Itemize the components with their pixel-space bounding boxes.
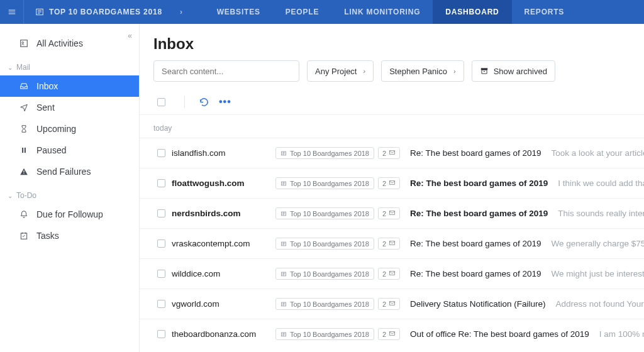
sidebar-item-inbox[interactable]: Inbox xyxy=(0,75,139,97)
main-panel: Inbox Any Project › Stephen Panico › Sho… xyxy=(140,24,644,352)
subject: Re: The best board games of 2019 xyxy=(410,239,541,248)
tab-dashboard[interactable]: DASHBOARD xyxy=(433,0,511,24)
row-checkbox[interactable] xyxy=(157,300,165,308)
search-input-wrapper[interactable] xyxy=(153,60,299,82)
row-checkbox[interactable] xyxy=(157,239,165,248)
send-failures-icon xyxy=(19,167,29,177)
thread-count[interactable]: 2 xyxy=(378,268,400,280)
envelope-icon xyxy=(389,149,396,157)
message-row[interactable]: theboardbonanza.comTop 10 Boardgames 201… xyxy=(140,319,644,349)
date-header: today xyxy=(140,115,644,138)
collapse-sidebar-button[interactable]: « xyxy=(128,31,130,40)
sidebar-item-label: Upcoming xyxy=(36,124,76,134)
row-checkbox[interactable] xyxy=(157,270,165,278)
message-row[interactable]: floattwogush.comTop 10 Boardgames 20182R… xyxy=(140,168,644,198)
thread-count[interactable]: 2 xyxy=(378,147,400,159)
thread-count[interactable]: 2 xyxy=(378,207,400,219)
sidebar-item-sent[interactable]: Sent xyxy=(0,97,139,118)
thread-count[interactable]: 2 xyxy=(378,298,400,310)
tab-reports[interactable]: REPORTS xyxy=(512,0,577,24)
row-tags: Top 10 Boardgames 20182 xyxy=(275,298,400,310)
list-icon xyxy=(280,150,287,157)
project-list-icon xyxy=(35,8,44,16)
project-filter-label: Any Project xyxy=(315,67,357,76)
project-tag[interactable]: Top 10 Boardgames 2018 xyxy=(275,238,374,250)
subject: Re: The best board games of 2019 xyxy=(410,148,541,158)
project-tag[interactable]: Top 10 Boardgames 2018 xyxy=(275,147,374,159)
tab-link-monitoring[interactable]: LINK MONITORING xyxy=(331,0,433,24)
sidebar-item-upcoming[interactable]: Upcoming xyxy=(0,118,139,140)
thread-count[interactable]: 2 xyxy=(378,328,400,340)
sidebar-item-label: Send Failures xyxy=(36,167,91,177)
sidebar-item-label: Due for Followup xyxy=(36,209,103,219)
preview-text: I think we could add that link, what sor… xyxy=(558,179,644,188)
envelope-icon xyxy=(389,179,396,187)
filter-bar: Any Project › Stephen Panico › Show arch… xyxy=(153,60,630,82)
archive-icon xyxy=(480,67,489,75)
project-tag[interactable]: Top 10 Boardgames 2018 xyxy=(275,268,374,280)
svg-point-2 xyxy=(22,41,24,43)
main-header: Inbox Any Project › Stephen Panico › Sho… xyxy=(140,24,644,89)
due-followup-icon xyxy=(19,209,29,219)
sender-domain: theboardbonanza.com xyxy=(172,329,269,339)
svg-rect-3 xyxy=(22,148,23,153)
envelope-icon xyxy=(389,330,396,338)
project-tag[interactable]: Top 10 Boardgames 2018 xyxy=(275,298,374,310)
project-selector[interactable]: TOP 10 BOARDGAMES 2018 › xyxy=(24,0,194,24)
sidebar-item-tasks[interactable]: Tasks xyxy=(0,225,139,246)
row-checkbox[interactable] xyxy=(157,179,165,187)
sidebar-item-paused[interactable]: Paused xyxy=(0,140,139,161)
envelope-icon xyxy=(389,270,396,278)
sender-domain: vraskacontempt.com xyxy=(172,239,269,248)
list-icon xyxy=(280,271,287,277)
sidebar-section-label: To-Do xyxy=(16,191,36,200)
tab-people[interactable]: PEOPLE xyxy=(273,0,331,24)
sidebar-item-all-activities[interactable]: All Activities xyxy=(0,33,139,54)
sender-domain: wilddice.com xyxy=(172,269,269,278)
tab-websites[interactable]: WEBSITES xyxy=(204,0,273,24)
row-tags: Top 10 Boardgames 20182 xyxy=(275,268,400,280)
preview-text: I am 100% not here. xyxy=(599,329,644,339)
sender-domain: vgworld.com xyxy=(172,299,269,309)
project-tag[interactable]: Top 10 Boardgames 2018 xyxy=(275,328,374,340)
sidebar-item-due-followup[interactable]: Due for Followup xyxy=(0,204,139,225)
main-menu-button[interactable] xyxy=(0,0,24,24)
sidebar-section-todo[interactable]: ⌄ To-Do xyxy=(0,182,139,204)
show-archived-label: Show archived xyxy=(494,67,547,76)
message-row[interactable]: wilddice.comTop 10 Boardgames 20182Re: T… xyxy=(140,258,644,289)
chevron-right-icon: › xyxy=(180,8,183,16)
row-checkbox[interactable] xyxy=(157,149,165,157)
project-tag[interactable]: Top 10 Boardgames 2018 xyxy=(275,207,374,219)
thread-count[interactable]: 2 xyxy=(378,238,400,250)
message-row[interactable]: nerdsnbirds.comTop 10 Boardgames 20182Re… xyxy=(140,198,644,228)
preview-text: We might just be interested! Let me chec… xyxy=(552,269,645,278)
show-archived-toggle[interactable]: Show archived xyxy=(472,60,555,82)
select-all-checkbox[interactable] xyxy=(157,98,165,106)
page-title: Inbox xyxy=(153,35,630,53)
sidebar-item-send-failures[interactable]: Send Failures xyxy=(0,161,139,182)
thread-count[interactable]: 2 xyxy=(378,177,400,189)
row-checkbox[interactable] xyxy=(157,330,165,338)
preview-text: Address not found Your message wasn' xyxy=(555,299,644,309)
message-row[interactable]: vraskacontempt.comTop 10 Boardgames 2018… xyxy=(140,228,644,258)
row-checkbox[interactable] xyxy=(157,209,165,217)
row-tags: Top 10 Boardgames 20182 xyxy=(275,238,400,250)
user-filter[interactable]: Stephen Panico › xyxy=(381,60,464,82)
sidebar-section-mail[interactable]: ⌄ Mail xyxy=(0,54,139,75)
sidebar-item-label: Tasks xyxy=(36,231,59,241)
svg-rect-8 xyxy=(389,151,394,155)
search-input[interactable] xyxy=(162,67,291,76)
project-name: TOP 10 BOARDGAMES 2018 xyxy=(49,8,162,16)
project-tag[interactable]: Top 10 Boardgames 2018 xyxy=(275,177,374,189)
more-actions-button[interactable]: ••• xyxy=(219,96,231,107)
refresh-button[interactable] xyxy=(197,96,210,108)
message-row[interactable]: islandfish.comTop 10 Boardgames 20182Re:… xyxy=(140,138,644,168)
project-filter[interactable]: Any Project › xyxy=(307,60,374,82)
activities-icon xyxy=(19,38,29,48)
user-filter-label: Stephen Panico xyxy=(389,67,447,76)
sender-domain: islandfish.com xyxy=(172,148,269,158)
sent-icon xyxy=(19,102,29,113)
message-row[interactable]: vgworld.comTop 10 Boardgames 20182Delive… xyxy=(140,289,644,319)
refresh-icon xyxy=(199,97,209,107)
paused-icon xyxy=(19,145,29,155)
